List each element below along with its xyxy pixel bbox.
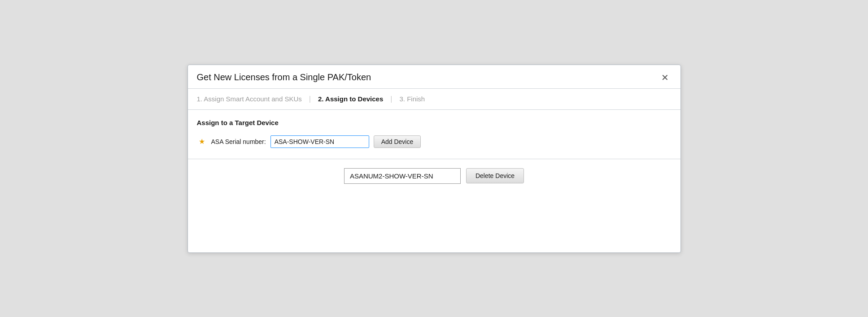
wizard-steps: 1. Assign Smart Account and SKUs | 2. As… xyxy=(188,89,680,110)
step-1: 1. Assign Smart Account and SKUs xyxy=(197,95,302,103)
step-2: 2. Assign to Devices xyxy=(318,95,383,103)
step-separator-1: | xyxy=(309,95,311,103)
serial-label: ASA Serial number: xyxy=(211,138,266,145)
add-device-button[interactable]: Add Device xyxy=(374,135,421,148)
delete-device-button[interactable]: Delete Device xyxy=(466,168,524,183)
main-dialog: Get New Licenses from a Single PAK/Token… xyxy=(188,65,681,253)
required-star: ★ xyxy=(199,137,205,146)
section-title: Assign to a Target Device xyxy=(197,119,672,126)
dialog-body: Assign to a Target Device ★ ASA Serial n… xyxy=(188,110,680,148)
serial-input[interactable] xyxy=(270,135,369,148)
serial-form-row: ★ ASA Serial number: Add Device xyxy=(197,135,672,148)
close-button[interactable]: ✕ xyxy=(659,72,672,83)
dialog-title: Get New Licenses from a Single PAK/Token xyxy=(197,72,371,83)
dialog-header: Get New Licenses from a Single PAK/Token… xyxy=(188,65,680,89)
device-list-area: ASANUM2-SHOW-VER-SN Delete Device xyxy=(188,159,680,193)
step-separator-2: | xyxy=(390,95,392,103)
device-serial-display: ASANUM2-SHOW-VER-SN xyxy=(344,168,461,184)
step-3: 3. Finish xyxy=(399,95,425,103)
